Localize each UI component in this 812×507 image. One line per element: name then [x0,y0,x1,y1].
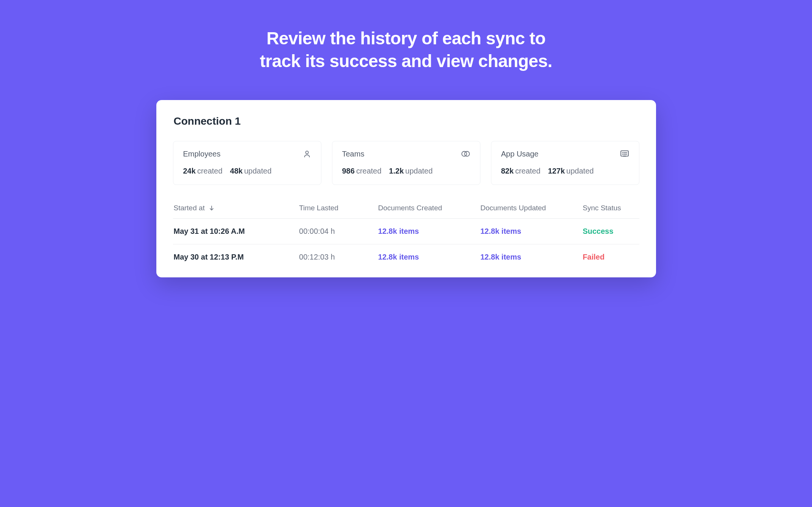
cell-docs-created: 12.8k items [378,227,480,236]
list-box-icon [620,150,629,158]
stat-updated: 1.2kupdated [389,167,433,175]
sort-descending-icon [209,205,215,211]
connection-card: Connection 1 Employees 24kcreated [156,100,656,277]
col-label: Documents Created [378,204,442,212]
col-label: Sync Status [583,204,621,212]
stat-updated-value: 127k [548,167,565,175]
stat-created-suffix: created [356,167,382,175]
col-time-lasted[interactable]: Time Lasted [299,204,378,212]
col-label: Time Lasted [299,204,338,212]
table-row[interactable]: May 30 at 12:13 P.M 00:12:03 h 12.8k ite… [173,244,639,270]
page-headline: Review the history of each sync to track… [135,27,678,73]
stat-updated-value: 48k [230,167,243,175]
sync-history-table: Started at Time Lasted Documents Created [173,200,639,270]
stat-created-value: 24k [183,167,196,175]
stat-created: 24kcreated [183,167,223,175]
cell-sync-status: Success [583,227,638,236]
col-label: Documents Updated [480,204,546,212]
cell-started-at: May 31 at 10:26 A.M [174,227,299,236]
svg-point-0 [305,151,308,154]
col-sync-status[interactable]: Sync Status [583,204,638,212]
cell-docs-updated: 12.8k items [480,253,583,261]
table-row[interactable]: May 31 at 10:26 A.M 00:00:04 h 12.8k ite… [173,219,639,244]
stat-card-employees: Employees 24kcreated 48kupdated [173,141,321,185]
person-icon [303,150,311,158]
col-started-at[interactable]: Started at [174,204,299,212]
stat-card-app-usage: App Usage 82kcreated [491,141,639,185]
stat-created-value: 82k [501,167,514,175]
cell-time-lasted: 00:12:03 h [299,253,378,261]
stats-row: Employees 24kcreated 48kupdated [173,141,639,185]
headline-line-2: track its success and view changes. [260,51,552,71]
stat-updated-suffix: updated [244,167,271,175]
stat-updated: 127kupdated [548,167,594,175]
stat-created-value: 986 [342,167,355,175]
col-label: Started at [174,204,205,212]
cell-started-at: May 30 at 12:13 P.M [174,253,299,261]
stat-created: 82kcreated [501,167,541,175]
stat-updated-suffix: updated [405,167,433,175]
stat-label: Teams [342,150,365,158]
cell-time-lasted: 00:00:04 h [299,227,378,236]
svg-rect-3 [621,151,628,156]
stat-created-suffix: created [515,167,541,175]
cell-docs-updated: 12.8k items [480,227,583,236]
stat-updated-value: 1.2k [389,167,404,175]
stat-label: Employees [183,150,221,158]
table-header-row: Started at Time Lasted Documents Created [173,200,639,219]
col-docs-created[interactable]: Documents Created [378,204,480,212]
headline-line-1: Review the history of each sync to [267,28,545,48]
col-docs-updated[interactable]: Documents Updated [480,204,583,212]
cell-docs-created: 12.8k items [378,253,480,261]
stat-created-suffix: created [197,167,223,175]
stat-label: App Usage [501,150,539,158]
connection-title: Connection 1 [173,115,639,127]
stat-created: 986created [342,167,382,175]
stat-card-teams: Teams 986created 1.2kupdated [332,141,480,185]
stat-updated: 48kupdated [230,167,272,175]
cell-sync-status: Failed [583,253,638,261]
stat-updated-suffix: updated [566,167,594,175]
overlapping-circles-icon [461,150,470,158]
